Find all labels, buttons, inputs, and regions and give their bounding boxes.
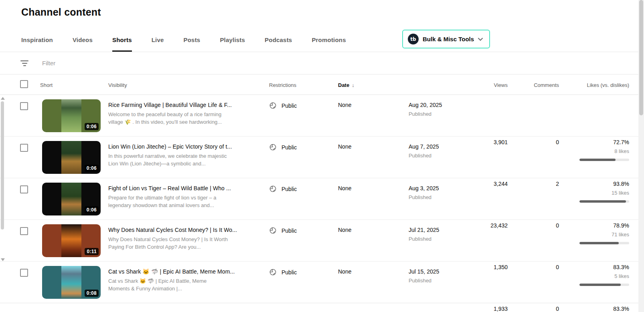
visibility-cell: Public — [269, 178, 338, 193]
select-all-checkbox-cell — [19, 74, 42, 88]
visibility-cell: Public — [269, 262, 338, 276]
date-value: Aug 7, 2025 — [409, 143, 469, 150]
filter-input[interactable] — [42, 60, 283, 66]
col-views: Views — [409, 74, 508, 88]
filter-icon[interactable] — [20, 60, 29, 66]
video-title[interactable]: Rice Farming Village | Beautiful Village… — [108, 102, 258, 108]
date-value: Jul 21, 2025 — [409, 227, 469, 233]
bulk-misc-tools-label: Bulk & Misc Tools — [423, 36, 474, 42]
video-description: Cat vs Shark 🐱 🦈 | Epic AI Battle, Meme … — [108, 277, 229, 292]
row-checkbox[interactable] — [20, 102, 28, 110]
date-status: Published — [409, 236, 469, 242]
date-cell: Aug 20, 2025 Published — [409, 95, 469, 117]
col-restrictions: Restrictions — [269, 74, 338, 88]
right-scrollbar-track[interactable] — [638, 0, 644, 312]
duration-badge: 0:06 — [85, 206, 99, 213]
row-checkbox[interactable] — [20, 227, 28, 235]
scroll-down-arrow-icon[interactable] — [1, 258, 5, 261]
col-date[interactable]: Date↓ — [338, 74, 409, 88]
visibility-value: Public — [281, 269, 297, 276]
sort-desc-arrow-icon: ↓ — [352, 82, 354, 88]
col-likes: Likes (vs. dislikes) — [559, 74, 629, 88]
restrictions-cell: None — [338, 178, 409, 191]
visibility-value: Public — [281, 227, 297, 234]
tab-playlists[interactable]: Playlists — [220, 28, 245, 52]
shorts-list: 0:06 Rice Farming Village | Beautiful Vi… — [0, 95, 638, 303]
scroll-up-arrow-icon[interactable] — [1, 97, 5, 100]
tab-live[interactable]: Live — [152, 28, 164, 52]
visibility-cell: Public — [269, 220, 338, 234]
date-value: Jul 15, 2025 — [409, 268, 469, 275]
visibility-value: Public — [281, 186, 297, 192]
content-tabbar: Inspiration Videos Shorts Live Posts Pla… — [21, 28, 346, 52]
video-title[interactable]: Cat vs Shark 🐱 🦈 | Epic AI Battle, Meme … — [108, 268, 258, 275]
duration-badge: 0:11 — [85, 248, 99, 255]
duration-badge: 0:08 — [85, 290, 99, 297]
row-checkbox[interactable] — [20, 144, 28, 152]
tab-posts[interactable]: Posts — [184, 28, 200, 52]
channel-content-page: Channel content Inspiration Videos Short… — [0, 0, 644, 312]
tab-inspiration[interactable]: Inspiration — [21, 28, 53, 52]
tubebuddy-icon: tb — [408, 34, 419, 44]
restrictions-cell: None — [338, 262, 409, 275]
duration-badge: 0:06 — [85, 165, 99, 172]
chevron-down-icon — [478, 38, 483, 41]
tab-videos[interactable]: Videos — [73, 28, 93, 52]
video-title[interactable]: Why Does Natural Cycles Cost Money? | Is… — [108, 227, 258, 233]
left-scrollbar-thumb[interactable] — [1, 101, 4, 229]
visibility-cell: Public — [269, 95, 338, 109]
video-thumbnail[interactable]: 0:11 — [42, 224, 101, 257]
video-description: In this powerful narrative, we celebrate… — [108, 152, 229, 167]
col-visibility: Visibility — [108, 74, 269, 88]
page-title: Channel content — [21, 6, 101, 18]
globe-public-icon — [269, 185, 277, 193]
globe-public-icon — [269, 227, 277, 234]
visibility-cell: Public — [269, 137, 338, 151]
comments-cell: 0 — [508, 299, 559, 312]
video-thumbnail[interactable]: 0:06 — [42, 183, 101, 215]
table-row: 0:11 Why Does Natural Cycles Cost Money?… — [0, 220, 638, 262]
date-status: Published — [409, 153, 469, 159]
col-comments: Comments — [508, 74, 559, 88]
video-title[interactable]: Fight of Lion vs Tiger – Real Wild Battl… — [108, 185, 258, 191]
row-checkbox[interactable] — [20, 269, 28, 277]
video-description: Prepare for the ultimate fight of lion v… — [108, 194, 229, 209]
date-status: Published — [409, 111, 469, 117]
restrictions-cell: None — [338, 220, 409, 233]
globe-public-icon — [269, 143, 277, 151]
right-scrollbar-thumb[interactable] — [639, 0, 643, 115]
date-cell: Jul 15, 2025 Published — [409, 262, 469, 284]
visibility-value: Public — [281, 103, 297, 109]
video-description: Why Does Natural Cycles Cost Money? | Is… — [108, 236, 229, 251]
likes-cell: 83.3% 10 likes — [559, 299, 629, 312]
tab-shorts[interactable]: Shorts — [112, 28, 132, 52]
date-status: Published — [409, 194, 469, 200]
globe-public-icon — [269, 102, 277, 109]
date-value: Aug 20, 2025 — [409, 102, 469, 108]
date-value: Aug 3, 2025 — [409, 185, 469, 191]
globe-public-icon — [269, 268, 277, 276]
date-cell: Aug 7, 2025 Published — [409, 137, 469, 159]
video-thumbnail[interactable]: 0:06 — [42, 99, 101, 132]
duration-badge: 0:06 — [85, 123, 99, 130]
table-row: 0:06 Lion Win (Lion Jiteche) – Epic Vict… — [0, 137, 638, 178]
bulk-misc-tools-button[interactable]: tb Bulk & Misc Tools — [402, 30, 490, 48]
header-spacer — [0, 74, 19, 82]
video-thumbnail[interactable]: 0:08 — [42, 266, 101, 299]
select-all-checkbox[interactable] — [20, 80, 28, 88]
tab-promotions[interactable]: Promotions — [312, 28, 346, 52]
date-cell: Aug 3, 2025 Published — [409, 178, 469, 200]
video-thumbnail[interactable]: 0:06 — [42, 141, 101, 174]
row-checkbox[interactable] — [20, 185, 28, 193]
tab-podcasts[interactable]: Podcasts — [265, 28, 292, 52]
date-cell: Jul 21, 2025 Published — [409, 220, 469, 242]
date-status: Published — [409, 278, 469, 284]
video-title[interactable]: Lion Win (Lion Jiteche) – Epic Victory S… — [108, 143, 258, 150]
col-short: Short — [40, 74, 108, 88]
left-scrollbar — [0, 95, 4, 263]
table-row: 0:06 Rice Farming Village | Beautiful Vi… — [0, 95, 638, 137]
video-description: Welcome to the peaceful beauty of a rice… — [108, 111, 229, 126]
filter-bar — [0, 52, 638, 74]
restrictions-cell: None — [338, 137, 409, 150]
visibility-value: Public — [281, 144, 297, 151]
